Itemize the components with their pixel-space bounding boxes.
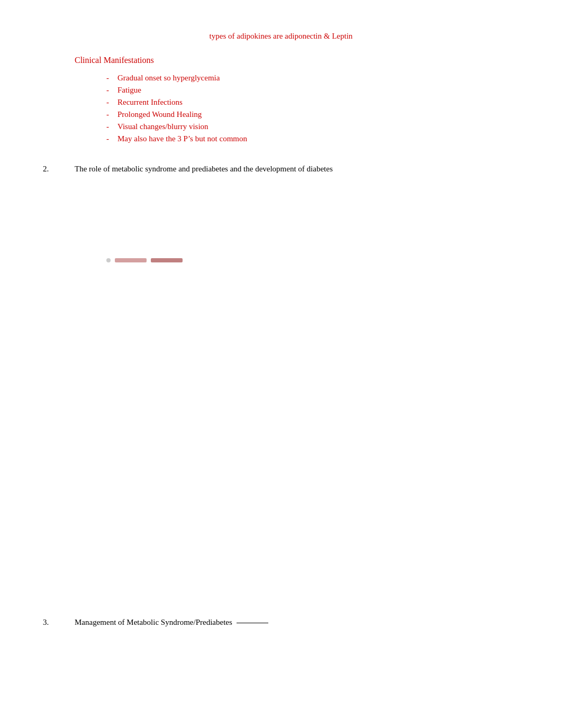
list-item-text: Visual changes/blurry vision	[117, 122, 209, 131]
clinical-manifestations-heading: Clinical Manifestations	[75, 56, 519, 65]
section3-number: 3.	[43, 618, 75, 627]
bottom-bar	[106, 258, 519, 262]
section2-text: The role of metabolic syndrome and predi…	[75, 165, 519, 174]
page-content: types of adipokines are adiponectin & Le…	[43, 32, 519, 627]
intro-text: types of adipokines are adiponectin & Le…	[210, 32, 353, 40]
list-item: - Prolonged Wound Healing	[106, 110, 519, 119]
section-2: 2. The role of metabolic syndrome and pr…	[43, 165, 519, 174]
bullet-dash: -	[106, 98, 109, 107]
bullet-dash: -	[106, 74, 109, 83]
chart-placeholder-area	[43, 258, 519, 364]
list-item: - Visual changes/blurry vision	[106, 122, 519, 131]
underline-decoration	[237, 623, 268, 623]
section2-number: 2.	[43, 165, 75, 174]
intro-line: types of adipokines are adiponectin & Le…	[43, 32, 519, 41]
list-item: - Fatigue	[106, 86, 519, 95]
bullet-dash: -	[106, 110, 109, 119]
list-item-text: Prolonged Wound Healing	[117, 110, 202, 119]
bar-segment-2	[151, 258, 183, 262]
list-item: - Recurrent Infections	[106, 98, 519, 107]
clinical-manifestations-list: - Gradual onset so hyperglycemia - Fatig…	[106, 74, 519, 143]
list-item: - Gradual onset so hyperglycemia	[106, 74, 519, 83]
section-3: 3. Management of Metabolic Syndrome/Pred…	[43, 618, 519, 627]
list-item-text: Recurrent Infections	[117, 98, 183, 107]
section3-text: Management of Metabolic Syndrome/Prediab…	[75, 618, 519, 627]
bullet-dash: -	[106, 134, 109, 143]
bullet-dash: -	[106, 122, 109, 131]
list-item-text: Gradual onset so hyperglycemia	[117, 74, 220, 83]
bar-indicator-dot	[106, 258, 111, 262]
list-item-text: Fatigue	[117, 86, 141, 95]
list-item: - May also have the 3 P’s but not common	[106, 134, 519, 143]
list-item-text: May also have the 3 P’s but not common	[117, 134, 247, 143]
bullet-dash: -	[106, 86, 109, 95]
bar-segment-1	[115, 258, 147, 262]
